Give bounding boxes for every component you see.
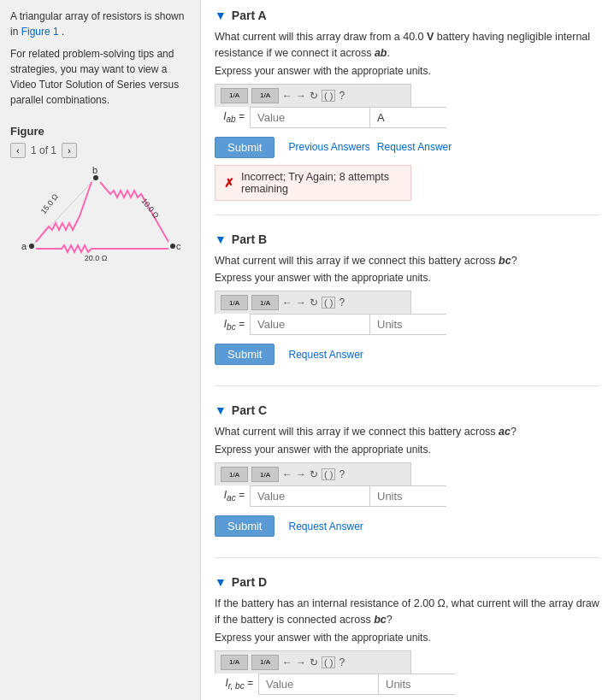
part-c-section: ▼ Part C What current will this array if… (215, 403, 600, 558)
part-a-request-answer-btn[interactable]: Request Answer (377, 141, 452, 153)
part-b-value-input[interactable] (251, 315, 370, 334)
part-d-title: Part D (232, 575, 267, 589)
part-b-action-row: Submit Request Answer (215, 344, 600, 365)
svg-text:a: a (21, 241, 27, 251)
svg-point-8 (170, 244, 175, 249)
part-c-toolbar-btn1[interactable]: 1/A (221, 467, 248, 482)
part-a-section: ▼ Part A What current will this array dr… (215, 9, 600, 215)
part-c-title: Part C (232, 403, 267, 417)
part-c-collapse-icon[interactable]: ▼ (215, 403, 227, 417)
part-b-toolbar-btn2[interactable]: 1/A (251, 295, 279, 310)
part-b-express: Express your answer with the appropriate… (215, 272, 600, 284)
part-d-input-group (258, 674, 455, 695)
part-d-toolbar-btn2[interactable]: 1/A (251, 655, 279, 670)
part-d-toolbar-help[interactable]: ? (339, 656, 345, 668)
part-d-toolbar-arrow-left: ← (282, 656, 292, 668)
svg-point-6 (93, 175, 98, 180)
part-d-toolbar: 1/A 1/A ← → ↻ ( ) ? (215, 650, 411, 674)
main-content: ▼ Part A What current will this array dr… (201, 0, 614, 700)
part-d-units-input[interactable] (379, 674, 456, 694)
part-c-value-input[interactable] (251, 486, 370, 506)
svg-text:c: c (176, 241, 181, 251)
part-a-prev-answers-btn[interactable]: Previous Answers (288, 141, 369, 153)
part-d-answer-row: Ir, bc = (215, 674, 600, 695)
figure-label: Figure (10, 125, 190, 138)
part-b-request-answer-btn[interactable]: Request Answer (288, 349, 363, 361)
part-a-units-input[interactable] (370, 108, 447, 127)
svg-text:b: b (92, 165, 97, 175)
part-b-toolbar-btn1[interactable]: 1/A (221, 295, 248, 310)
sidebar: A triangular array of resistors is shown… (0, 0, 201, 700)
part-d-express: Express your answer with the appropriate… (215, 632, 600, 644)
part-b-header: ▼ Part B (215, 232, 600, 246)
part-d-section: ▼ Part D If the battery has an internal … (215, 575, 600, 700)
part-a-value-input[interactable] (251, 108, 370, 127)
part-d-collapse-icon[interactable]: ▼ (215, 575, 227, 589)
part-d-question: If the battery has an internal resistanc… (215, 596, 600, 628)
part-c-toolbar-arrow-left: ← (282, 468, 292, 480)
part-a-action-row: Submit Previous Answers Request Answer (215, 137, 600, 158)
part-b-toolbar-paren: ( ) (322, 297, 335, 309)
figure-link[interactable]: Figure 1 (21, 26, 59, 38)
part-c-request-answer-btn[interactable]: Request Answer (288, 521, 363, 532)
part-a-answer-row: Iab = (215, 107, 600, 128)
part-c-question: What current will this array if we conne… (215, 424, 600, 440)
part-b-answer-label: Ibc = (215, 318, 245, 332)
figure-section: Figure ‹ 1 of 1 › 15.0 Ω (10, 125, 190, 268)
part-d-answer-label: Ir, bc = (215, 677, 253, 691)
figure-nav: ‹ 1 of 1 › (10, 143, 190, 158)
part-d-toolbar-refresh: ↻ (310, 656, 318, 668)
part-a-toolbar-refresh: ↻ (310, 90, 318, 102)
part-b-question: What current will this array if we conne… (215, 253, 600, 269)
part-b-answer-row: Ibc = (215, 314, 600, 335)
part-b-units-input[interactable] (370, 315, 447, 334)
part-b-section: ▼ Part B What current will this array if… (215, 232, 600, 387)
part-a-feedback: ✗ Incorrect; Try Again; 8 attempts remai… (215, 165, 411, 201)
part-b-submit-btn[interactable]: Submit (215, 344, 275, 365)
part-a-submit-btn[interactable]: Submit (215, 137, 275, 158)
part-a-toolbar-btn2[interactable]: 1/A (251, 88, 279, 103)
part-b-toolbar-arrow-right: → (296, 297, 306, 309)
part-b-collapse-icon[interactable]: ▼ (215, 232, 227, 246)
part-d-header: ▼ Part D (215, 575, 600, 589)
part-d-value-input[interactable] (259, 674, 379, 694)
intro-text1-end: . (62, 26, 64, 38)
part-a-input-group (250, 107, 446, 128)
svg-point-4 (29, 244, 34, 249)
part-b-toolbar-refresh: ↻ (310, 297, 318, 309)
part-a-feedback-icon: ✗ (224, 176, 234, 190)
figure-canvas: 15.0 Ω 10.0 Ω 20.0 Ω a b (15, 165, 186, 268)
part-c-units-input[interactable] (370, 486, 447, 506)
part-a-toolbar-arrow-left: ← (282, 90, 292, 102)
intro-text2: For related problem-solving tips and str… (10, 46, 190, 108)
part-c-header: ▼ Part C (215, 403, 600, 417)
part-d-toolbar-paren: ( ) (322, 656, 335, 668)
part-c-toolbar-help[interactable]: ? (339, 468, 345, 480)
part-a-answer-label: Iab = (215, 110, 245, 124)
part-c-toolbar-paren: ( ) (322, 468, 335, 480)
svg-text:10.0 Ω: 10.0 Ω (139, 197, 161, 220)
part-a-title: Part A (232, 9, 267, 22)
part-a-toolbar-paren: ( ) (322, 90, 335, 102)
part-c-toolbar-refresh: ↻ (310, 468, 318, 480)
part-d-toolbar-btn1[interactable]: 1/A (221, 655, 248, 670)
svg-text:20.0 Ω: 20.0 Ω (85, 254, 108, 262)
part-a-toolbar-arrow-right: → (296, 90, 306, 102)
part-a-header: ▼ Part A (215, 9, 600, 22)
figure-next-btn[interactable]: › (62, 143, 77, 158)
part-c-input-group (250, 485, 446, 507)
part-c-express: Express your answer with the appropriate… (215, 444, 600, 456)
part-a-toolbar-btn1[interactable]: 1/A (221, 88, 248, 103)
part-a-question: What current will this array draw from a… (215, 29, 600, 62)
part-a-express: Express your answer with the appropriate… (215, 65, 600, 77)
figure-prev-btn[interactable]: ‹ (10, 143, 26, 158)
part-c-answer-row: Iac = (215, 485, 600, 507)
part-c-toolbar-arrow-right: → (296, 468, 306, 480)
part-c-submit-btn[interactable]: Submit (215, 515, 275, 537)
part-a-feedback-text: Incorrect; Try Again; 8 attempts remaini… (241, 171, 402, 195)
part-a-toolbar-help[interactable]: ? (339, 90, 345, 102)
part-b-toolbar-help[interactable]: ? (339, 297, 345, 309)
part-c-toolbar-btn2[interactable]: 1/A (251, 467, 279, 482)
part-a-collapse-icon[interactable]: ▼ (215, 9, 227, 22)
part-b-toolbar: 1/A 1/A ← → ↻ ( ) ? (215, 291, 411, 314)
